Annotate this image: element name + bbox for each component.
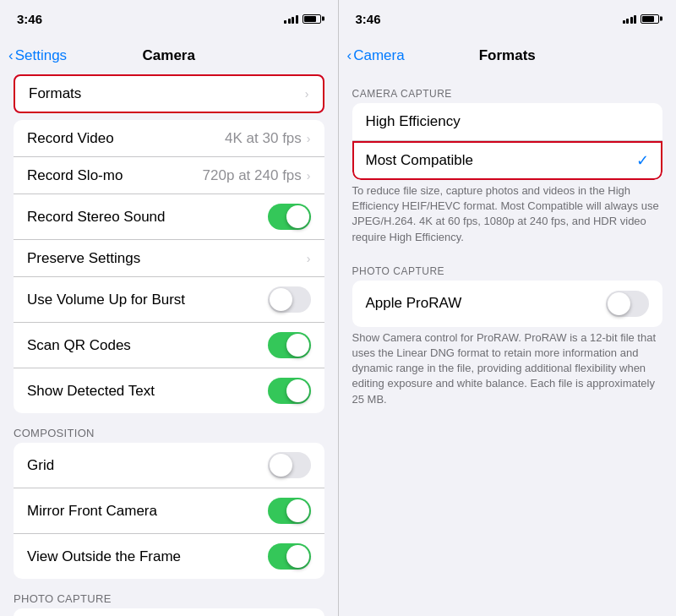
chevron-left-icon: ‹ (8, 47, 14, 64)
record-slomo-label: Record Slo-mo (27, 167, 123, 184)
back-label-left: Settings (15, 47, 67, 64)
page-title-right: Formats (479, 47, 536, 64)
apple-proraw-label: Apple ProRAW (366, 295, 462, 312)
view-outside-row[interactable]: View Outside the Frame (14, 534, 324, 579)
photo-capture-group: Scene Detection (14, 608, 324, 616)
scene-detection-row[interactable]: Scene Detection (14, 608, 324, 616)
photo-capture-section-label-right: PHOTO CAPTURE (339, 252, 677, 281)
proraw-note: Show Camera control for ProRAW. ProRAW i… (339, 327, 677, 414)
record-stereo-label: Record Stereo Sound (27, 209, 166, 226)
battery-icon (303, 14, 321, 24)
record-stereo-toggle[interactable] (268, 204, 311, 230)
high-efficiency-row[interactable]: High Efficiency (352, 103, 663, 141)
use-volume-toggle[interactable] (268, 286, 311, 313)
formats-chevron-icon: › (305, 87, 309, 101)
proraw-group: Apple ProRAW (352, 281, 663, 327)
formats-label: Formats (29, 85, 81, 102)
record-slomo-right: 720p at 240 fps › (203, 167, 311, 184)
preserve-settings-chevron-icon: › (307, 252, 311, 265)
back-button-left[interactable]: ‹ Settings (8, 47, 67, 64)
status-bar-left: 3:46 (0, 0, 338, 37)
record-video-chevron-icon: › (307, 132, 311, 145)
formats-row[interactable]: Formats › (14, 74, 324, 113)
composition-section-label: COMPOSITION (0, 420, 338, 443)
camera-capture-section-label: CAMERA CAPTURE (339, 74, 677, 103)
signal-icon-right (623, 14, 637, 24)
mirror-front-label: Mirror Front Camera (27, 503, 157, 520)
record-video-label: Record Video (27, 130, 114, 147)
scan-qr-toggle[interactable] (268, 332, 311, 358)
view-outside-toggle[interactable] (268, 543, 311, 570)
apple-proraw-row[interactable]: Apple ProRAW (352, 281, 663, 327)
view-outside-label: View Outside the Frame (27, 548, 181, 565)
preserve-settings-label: Preserve Settings (27, 250, 140, 267)
status-bar-right: 3:46 (339, 0, 677, 37)
checkmark-icon: ✓ (636, 151, 649, 170)
signal-icon (284, 14, 298, 24)
nav-bar-left: ‹ Settings Camera (0, 37, 338, 74)
scan-qr-row[interactable]: Scan QR Codes (14, 323, 324, 368)
record-slomo-value: 720p at 240 fps (203, 167, 302, 184)
camera-capture-formats-group: High Efficiency Most Compatible ✓ (352, 103, 663, 180)
preserve-settings-row[interactable]: Preserve Settings › (14, 240, 324, 277)
most-compatible-label: Most Compatible (366, 152, 474, 169)
page-title-left: Camera (143, 47, 195, 64)
show-detected-label: Show Detected Text (27, 383, 155, 400)
show-detected-toggle[interactable] (268, 378, 311, 404)
mirror-front-row[interactable]: Mirror Front Camera (14, 488, 324, 534)
right-panel: 3:46 ‹ Camera Formats CAMERA CAPTURE Hig… (339, 0, 677, 616)
record-video-value: 4K at 30 fps (225, 130, 302, 147)
most-compatible-row[interactable]: Most Compatible ✓ (352, 141, 663, 180)
record-stereo-row[interactable]: Record Stereo Sound (14, 194, 324, 240)
proraw-toggle[interactable] (606, 291, 649, 317)
record-video-right: 4K at 30 fps › (225, 130, 310, 147)
back-button-right[interactable]: ‹ Camera (347, 47, 405, 64)
record-video-row[interactable]: Record Video 4K at 30 fps › (14, 120, 324, 157)
nav-bar-right: ‹ Camera Formats (339, 37, 677, 74)
back-label-right: Camera (353, 47, 404, 64)
high-efficiency-label: High Efficiency (366, 113, 461, 130)
status-icons-right (623, 14, 660, 24)
record-slomo-chevron-icon: › (307, 169, 311, 183)
status-icons-left (284, 14, 321, 24)
camera-capture-note: To reduce file size, capture photos and … (339, 180, 677, 252)
use-volume-label: Use Volume Up for Burst (27, 292, 185, 308)
use-volume-row[interactable]: Use Volume Up for Burst (14, 277, 324, 323)
record-slomo-row[interactable]: Record Slo-mo 720p at 240 fps › (14, 157, 324, 194)
scan-qr-label: Scan QR Codes (27, 337, 131, 354)
composition-group: Grid Mirror Front Camera View Outside th… (14, 443, 324, 579)
left-panel: 3:46 ‹ Settings Camera Formats › Reco (0, 0, 338, 616)
show-detected-row[interactable]: Show Detected Text (14, 368, 324, 413)
time-right: 3:46 (356, 12, 381, 26)
battery-icon-right (641, 14, 659, 24)
grid-label: Grid (27, 457, 54, 474)
chevron-left-icon-right: ‹ (347, 47, 352, 64)
time-left: 3:46 (17, 12, 42, 26)
grid-toggle[interactable] (268, 452, 311, 478)
camera-settings-group: Record Video 4K at 30 fps › Record Slo-m… (14, 120, 324, 413)
grid-row[interactable]: Grid (14, 443, 324, 488)
photo-capture-section-label-left: PHOTO CAPTURE (0, 586, 338, 608)
mirror-front-toggle[interactable] (268, 498, 311, 524)
